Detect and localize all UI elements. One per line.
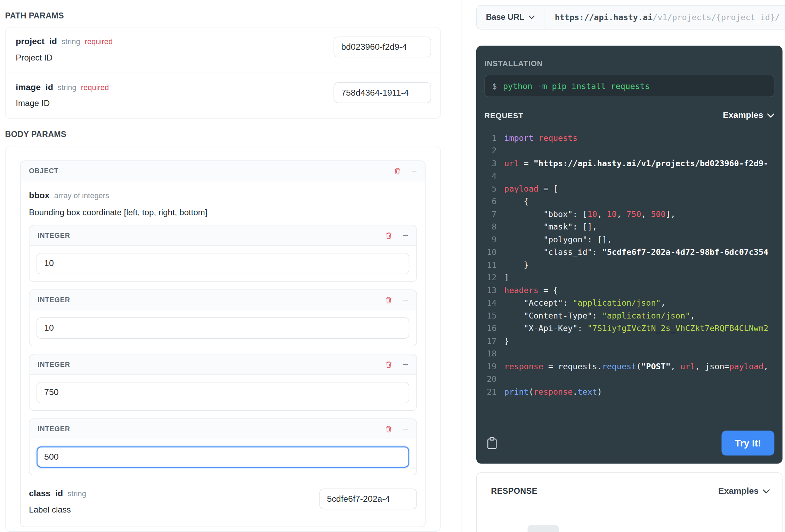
response-status-pill[interactable] (528, 525, 559, 532)
bbox-field-head: bbox array of integers (29, 191, 417, 201)
request-heading: REQUEST (484, 111, 523, 120)
collapse-object-button[interactable]: − (411, 166, 417, 176)
class-id-input[interactable] (319, 489, 417, 509)
trash-icon (385, 231, 392, 239)
integer-header-actions: − (385, 231, 408, 240)
integer-label: INTEGER (38, 296, 70, 304)
param-row-image-id: image_id string required Image ID (6, 73, 440, 118)
bbox-bottom-input[interactable] (37, 446, 409, 468)
field-name: bbox (29, 191, 49, 201)
integer-body (30, 310, 416, 346)
param-row-project-id: project_id string required Project ID (6, 27, 440, 73)
body-params-heading: BODY PARAMS (5, 130, 441, 139)
param-head: project_id string required (16, 37, 323, 47)
chevron-down-icon (763, 489, 770, 493)
integer-header: INTEGER − (30, 225, 416, 245)
endpoint-url-host: https://api.hasty.ai (555, 13, 653, 22)
bbox-right-input[interactable] (37, 382, 409, 403)
integer-header: INTEGER − (30, 354, 416, 374)
chevron-down-icon (767, 113, 774, 118)
endpoint-url: https://api.hasty.ai/v1/projects/{projec… (544, 6, 785, 29)
column-divider (462, 0, 462, 532)
api-reference-page: PATH PARAMS project_id string required P… (0, 0, 785, 532)
request-examples-dropdown[interactable]: Examples (723, 110, 774, 120)
integer-box-2: INTEGER − (29, 354, 417, 411)
base-url-dropdown[interactable]: Base URL (477, 6, 544, 29)
param-name: class_id (29, 489, 63, 499)
param-text: project_id string required Project ID (16, 37, 323, 62)
collapse-integer-button[interactable]: − (403, 424, 408, 434)
clipboard-icon (486, 436, 497, 450)
bbox-left-input[interactable] (37, 253, 409, 274)
delete-integer-button[interactable] (385, 360, 392, 368)
param-required-badge: required (81, 83, 109, 91)
param-required-badge: required (85, 37, 113, 46)
collapse-integer-button[interactable]: − (403, 360, 408, 369)
try-it-button[interactable]: Try It! (721, 431, 774, 456)
response-panel: RESPONSE Examples (476, 472, 783, 532)
examples-label: Examples (718, 486, 759, 496)
integer-body (30, 246, 416, 281)
trash-icon (385, 360, 392, 368)
field-description: Bounding box coordinate [left, top, righ… (29, 208, 417, 217)
request-panel-footer: Try It! (486, 431, 774, 456)
request-code-panel: INSTALLATION $ python -m pip install req… (476, 46, 783, 464)
bbox-top-input[interactable] (37, 317, 409, 339)
code-column: Base URL https://api.hasty.ai/v1/project… (476, 0, 785, 532)
object-label: OBJECT (29, 167, 58, 175)
installation-heading: INSTALLATION (484, 59, 774, 67)
integer-label: INTEGER (38, 232, 70, 239)
integer-body (30, 439, 416, 475)
copy-code-button[interactable] (486, 436, 497, 450)
collapse-integer-button[interactable]: − (403, 231, 408, 240)
param-name: image_id (16, 82, 53, 92)
param-text: class_id string Label class (29, 489, 309, 514)
delete-object-button[interactable] (394, 167, 401, 175)
project-id-input[interactable] (334, 37, 431, 57)
trash-icon (385, 296, 392, 304)
shell-prompt: $ (492, 81, 497, 91)
field-type: array of integers (54, 191, 109, 200)
object-box: OBJECT − bbox array of integers Bounding… (20, 161, 426, 527)
object-header: OBJECT − (21, 161, 425, 181)
param-head: image_id string required (16, 82, 323, 92)
delete-integer-button[interactable] (385, 425, 392, 433)
param-head: class_id string (29, 489, 309, 499)
collapse-integer-button[interactable]: − (403, 295, 408, 305)
integer-body (30, 375, 416, 410)
param-description: Image ID (16, 98, 323, 108)
request-header-row: REQUEST Examples (484, 110, 774, 120)
trash-icon (385, 425, 392, 433)
body-params-card: OBJECT − bbox array of integers Bounding… (5, 146, 441, 532)
response-examples-dropdown[interactable]: Examples (718, 486, 770, 496)
image-id-input[interactable] (334, 82, 431, 103)
param-name: project_id (16, 37, 57, 47)
integer-box-0: INTEGER − (29, 225, 417, 282)
delete-integer-button[interactable] (385, 296, 392, 304)
integer-header: INTEGER − (30, 290, 416, 310)
param-description: Label class (29, 505, 309, 515)
endpoint-url-path: /v1/projects/{project_id}/ (653, 13, 780, 22)
object-body: bbox array of integers Bounding box coor… (21, 181, 425, 526)
params-column: PATH PARAMS project_id string required P… (5, 0, 441, 532)
code-block[interactable]: 1import requests23url = "https://api.has… (476, 131, 783, 398)
integer-box-1: INTEGER − (29, 290, 417, 347)
param-text: image_id string required Image ID (16, 82, 323, 108)
param-description: Project ID (16, 53, 323, 63)
param-row-class-id: class_id string Label class (29, 489, 417, 514)
install-command: python -m pip install requests (503, 81, 650, 91)
integer-label: INTEGER (38, 361, 70, 368)
response-heading: RESPONSE (491, 486, 537, 495)
integer-header-actions: − (385, 295, 408, 305)
integer-box-3: INTEGER − (29, 418, 417, 475)
integer-label: INTEGER (38, 425, 70, 433)
install-command-box[interactable]: $ python -m pip install requests (484, 75, 774, 97)
chevron-down-icon (528, 15, 535, 19)
delete-integer-button[interactable] (385, 231, 392, 239)
path-params-heading: PATH PARAMS (5, 11, 441, 20)
param-type: string (62, 37, 80, 46)
param-type: string (67, 489, 86, 498)
trash-icon (394, 167, 401, 175)
base-url-label: Base URL (486, 13, 524, 22)
object-header-actions: − (394, 166, 417, 176)
